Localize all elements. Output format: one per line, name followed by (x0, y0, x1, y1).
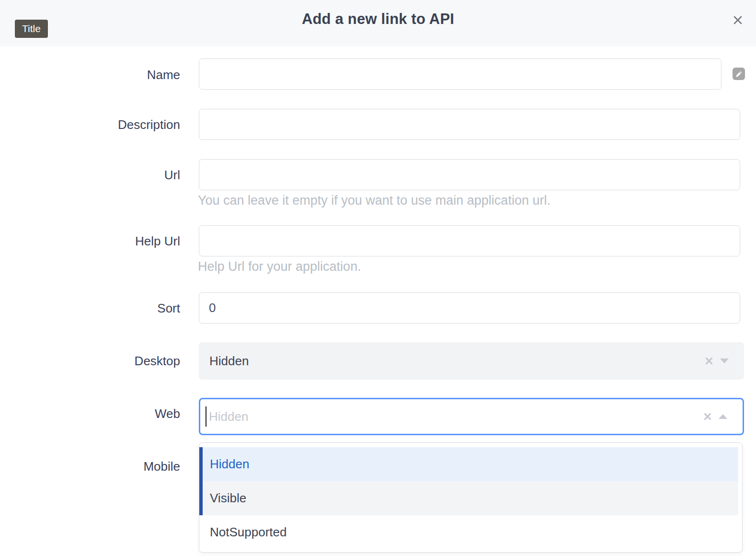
sort-label: Sort (0, 301, 180, 316)
close-button[interactable] (730, 12, 745, 28)
web-select-placeholder: Hidden (206, 409, 248, 424)
desktop-label: Desktop (0, 353, 180, 369)
url-input[interactable] (199, 159, 740, 190)
title-tooltip: Title (15, 20, 48, 38)
help-url-helper-text: Help Url for your application. (198, 259, 361, 274)
page-title: Add a new link to API (0, 10, 756, 29)
description-input[interactable] (199, 109, 740, 140)
pencil-icon (735, 70, 743, 78)
web-select-dropdown: Hidden Visible NotSupported (199, 442, 743, 553)
name-label: Name (0, 67, 180, 82)
url-label: Url (0, 167, 180, 183)
name-edit-button[interactable] (733, 68, 745, 80)
sort-input[interactable] (199, 292, 740, 324)
chevron-up-icon[interactable] (719, 414, 727, 419)
clear-icon[interactable] (705, 357, 713, 365)
help-url-label: Help Url (0, 233, 180, 249)
dropdown-option-hidden[interactable]: Hidden (199, 447, 738, 481)
selection-indicator-bar (199, 447, 203, 515)
dropdown-option-notsupported[interactable]: NotSupported (199, 515, 738, 549)
description-label: Description (0, 117, 180, 132)
web-label: Web (0, 406, 180, 421)
clear-icon[interactable] (703, 412, 712, 421)
name-input[interactable] (199, 58, 722, 90)
web-select[interactable]: Hidden (199, 398, 744, 435)
desktop-select-value: Hidden (199, 354, 249, 369)
modal-header: Add a new link to API Title (0, 0, 756, 46)
desktop-select[interactable]: Hidden (199, 342, 744, 380)
dropdown-option-visible[interactable]: Visible (199, 481, 738, 515)
chevron-down-icon[interactable] (720, 359, 729, 363)
close-icon (732, 14, 744, 26)
add-link-modal: Add a new link to API Title Name Descrip… (0, 0, 756, 556)
help-url-input[interactable] (199, 225, 740, 256)
url-helper-text: You can leave it empty if you want to us… (198, 193, 550, 208)
mobile-label: Mobile (0, 459, 180, 474)
